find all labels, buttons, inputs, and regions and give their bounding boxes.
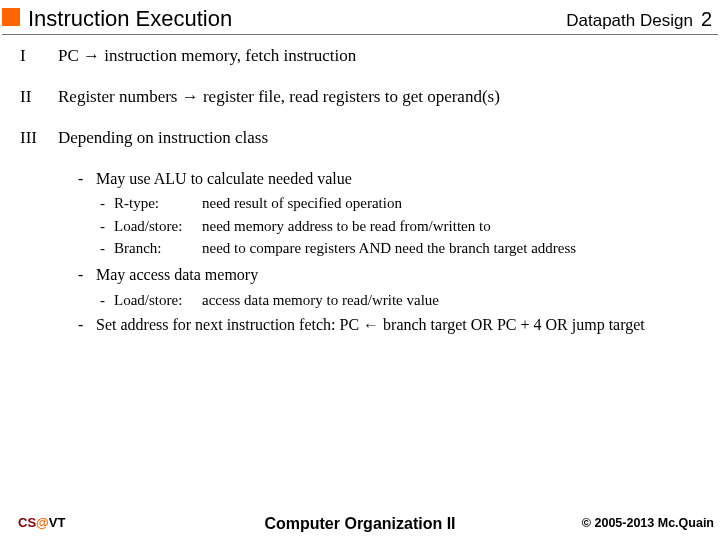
step-1-text: PC → instruction memory, fetch instructi… [58,45,356,68]
sub-b-1-val: access data memory to read/write value [202,290,439,310]
step-3-sublist: - May use ALU to calculate needed value … [78,168,706,336]
sub-a-2-val: need memory address to be read from/writ… [202,216,491,236]
header-right: Datapath Design 2 [566,8,716,31]
dash-icon: - [100,238,114,258]
step-1: I PC → instruction memory, fetch instruc… [20,45,706,68]
footer-right: © 2005-2013 Mc.Quain [582,516,714,530]
sub-a-2: - Load/store: need memory address to be … [100,216,706,236]
sub-c: - Set address for next instruction fetch… [78,314,706,336]
sub-a-text: May use ALU to calculate needed value [96,168,352,190]
sub-a-3-val: need to compare registers AND need the b… [202,238,576,258]
title-bullet-icon [2,8,20,26]
sub-b: - May access data memory [78,264,706,286]
step-3-text: Depending on instruction class [58,127,268,150]
step-3: III Depending on instruction class [20,127,706,150]
sub-a-2-key: Load/store: [114,216,202,236]
dash-icon: - [100,193,114,213]
sub-c-text: Set address for next instruction fetch: … [96,314,645,336]
step-2: II Register numbers → register file, rea… [20,86,706,109]
slide-content: I PC → instruction memory, fetch instruc… [0,35,720,336]
page-number: 2 [701,8,712,31]
sub-a-1-val: need result of specified operation [202,193,402,213]
dash-icon: - [78,264,96,286]
dash-icon: - [100,290,114,310]
dash-icon: - [78,314,96,336]
slide: Instruction Execution Datapath Design 2 … [0,0,720,540]
step-2-text: Register numbers → register file, read r… [58,86,500,109]
sub-a-1-key: R-type: [114,193,202,213]
slide-title: Instruction Execution [28,6,232,32]
step-2-numeral: II [20,86,58,109]
dash-icon: - [100,216,114,236]
sub-b-text: May access data memory [96,264,258,286]
dash-icon: - [78,168,96,190]
slide-header: Instruction Execution Datapath Design 2 [0,0,720,34]
sub-a-3: - Branch: need to compare registers AND … [100,238,706,258]
footer-at: @ [36,515,49,530]
sub-a-3-key: Branch: [114,238,202,258]
slide-footer: CS@VT Computer Organization II © 2005-20… [0,515,720,530]
sub-a-1: - R-type: need result of specified opera… [100,193,706,213]
sub-b-1: - Load/store: access data memory to read… [100,290,706,310]
step-1-numeral: I [20,45,58,68]
footer-left: CS@VT [18,515,65,530]
sub-b-1-key: Load/store: [114,290,202,310]
footer-cs: CS [18,515,36,530]
footer-vt: VT [49,515,66,530]
sub-a: - May use ALU to calculate needed value [78,168,706,190]
step-3-numeral: III [20,127,58,150]
slide-subtitle: Datapath Design [566,11,693,31]
